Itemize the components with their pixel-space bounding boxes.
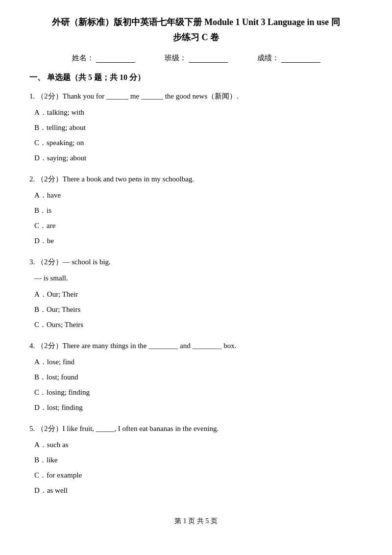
question-2-option-a: A．have xyxy=(34,189,363,202)
question-2-option-c: C．are xyxy=(34,219,363,232)
question-3-option-b: B．Our; Theirs xyxy=(34,303,363,316)
question-1-option-c: C．speaking; on xyxy=(34,136,363,150)
class-label: 班级： xyxy=(165,53,187,63)
question-3-number: 3. xyxy=(29,258,35,266)
question-1: 1. （2分）Thank you for ______ me ______ th… xyxy=(29,90,363,165)
question-5: 5. （2分）I like fruit, _____, I often eat … xyxy=(29,422,363,497)
question-2-body: （2分）There a book and two pens in my scho… xyxy=(37,175,194,183)
question-3-option-a: A．Our; Their xyxy=(34,288,363,301)
question-3-subtext: — is small. xyxy=(34,272,363,285)
question-4-number: 4. xyxy=(29,342,35,350)
question-2-option-d: D．be xyxy=(34,234,363,248)
question-5-option-b: B．like xyxy=(34,454,363,467)
name-field: 姓名： xyxy=(72,53,135,63)
question-5-body: （2分）I like fruit, _____, I often eat ban… xyxy=(37,425,219,432)
question-3-text: 3. （2分）— school is big. xyxy=(29,255,363,269)
name-label: 姓名： xyxy=(72,53,94,63)
question-5-option-a: A．such as xyxy=(34,438,363,452)
name-underline xyxy=(96,54,135,63)
question-5-number: 5. xyxy=(29,425,35,432)
question-4: 4. （2分）There are many things in the ____… xyxy=(29,339,363,414)
title-line2: 步练习 C 卷 xyxy=(29,30,363,45)
question-1-option-b: B．telling; about xyxy=(34,121,363,134)
question-4-body: （2分）There are many things in the _______… xyxy=(37,342,236,350)
question-5-option-d: D．as well xyxy=(34,484,363,497)
question-4-option-b: B．lost; found xyxy=(34,371,363,384)
page-footer: 第 1 页 共 5 页 xyxy=(29,517,363,526)
question-2-number: 2. xyxy=(29,175,35,183)
page-title: 外研（新标准）版初中英语七年级下册 Module 1 Unit 3 Langua… xyxy=(29,15,363,45)
question-4-text: 4. （2分）There are many things in the ____… xyxy=(29,339,363,353)
class-field: 班级： xyxy=(165,53,228,63)
info-row: 姓名： 班级： 成绩： xyxy=(29,53,363,63)
question-1-option-a: A．talking; with xyxy=(34,106,363,119)
score-field: 成绩： xyxy=(257,53,320,63)
question-1-text: 1. （2分）Thank you for ______ me ______ th… xyxy=(29,90,363,103)
section1-title: 一、 单选题（共 5 题；共 10 分） xyxy=(29,73,363,83)
question-3-body: （2分）— school is big. xyxy=(37,258,111,266)
question-3-option-c: C．Ours; Theirs xyxy=(34,318,363,331)
question-1-body: （2分）Thank you for ______ me ______ the g… xyxy=(37,92,239,100)
question-3: 3. （2分）— school is big. — is small. A．Ou… xyxy=(29,255,363,331)
class-underline xyxy=(189,54,228,63)
question-4-option-c: C．losing; finding xyxy=(34,386,363,399)
title-line1: 外研（新标准）版初中英语七年级下册 Module 1 Unit 3 Langua… xyxy=(29,15,363,30)
question-5-text: 5. （2分）I like fruit, _____, I often eat … xyxy=(29,422,363,435)
question-1-number: 1. xyxy=(29,92,35,100)
question-2: 2. （2分）There a book and two pens in my s… xyxy=(29,173,363,248)
question-5-option-c: C．for example xyxy=(34,469,363,482)
score-label: 成绩： xyxy=(257,53,279,63)
question-4-option-d: D．lost; finding xyxy=(34,401,363,414)
question-4-option-a: A．lose; find xyxy=(34,355,363,369)
question-2-text: 2. （2分）There a book and two pens in my s… xyxy=(29,173,363,186)
question-1-option-d: D．saying; about xyxy=(34,151,363,165)
score-underline xyxy=(281,54,320,63)
question-2-option-b: B．is xyxy=(34,204,363,217)
